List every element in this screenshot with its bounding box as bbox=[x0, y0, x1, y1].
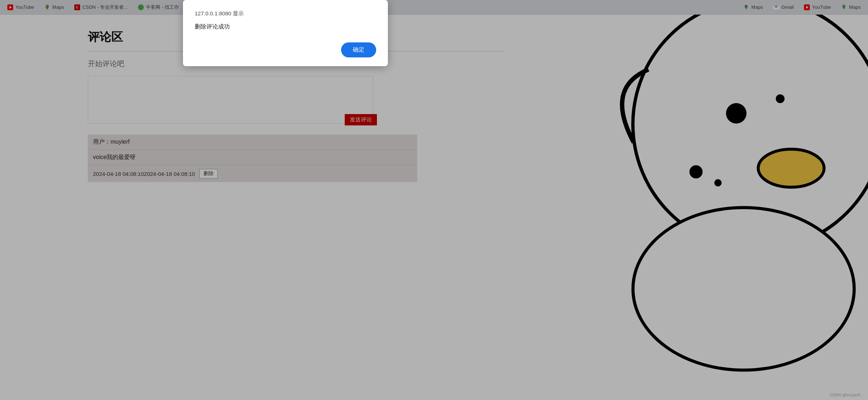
dialog-title: 127.0.0.1:8080 显示 bbox=[195, 10, 376, 17]
dialog-footer: 确定 bbox=[195, 42, 376, 57]
dialog-confirm-button[interactable]: 确定 bbox=[341, 42, 376, 57]
dialog-box: 127.0.0.1:8080 显示 删除评论成功 确定 bbox=[183, 0, 388, 66]
dialog-overlay: 127.0.0.1:8080 显示 删除评论成功 确定 bbox=[0, 0, 868, 400]
dialog-message: 删除评论成功 bbox=[195, 23, 376, 31]
